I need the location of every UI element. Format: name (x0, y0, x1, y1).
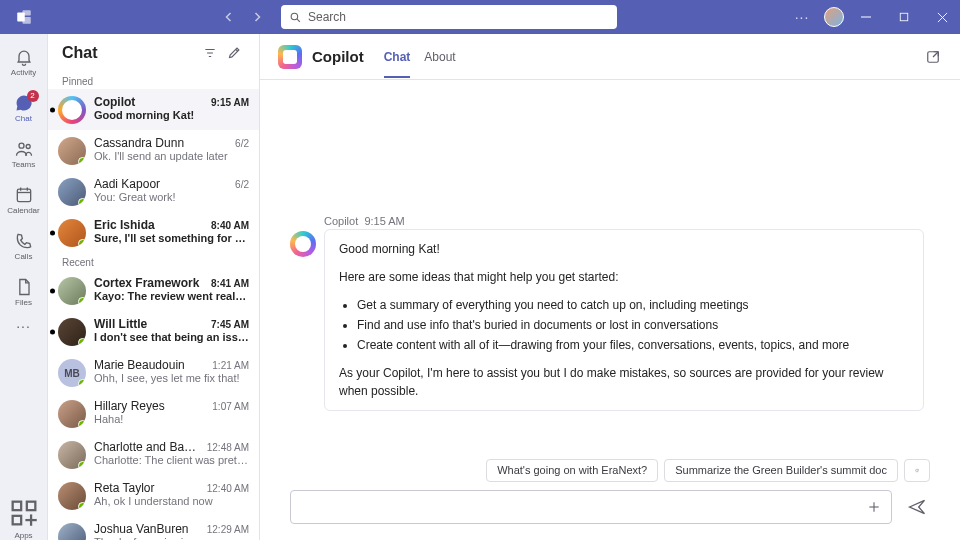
svg-line-23 (235, 49, 237, 51)
rail-item-files[interactable]: Files (0, 270, 48, 314)
chat-avatar (58, 441, 86, 469)
chat-list-item[interactable]: Will Little7:45 AMI don't see that being… (48, 311, 259, 352)
new-chat-button[interactable] (223, 42, 245, 64)
copilot-logo-icon (278, 45, 302, 69)
tab-chat[interactable]: Chat (384, 36, 411, 78)
chat-list-item[interactable]: Aadi Kapoor6/2You: Great work! (48, 171, 259, 212)
chat-name: Copilot (94, 95, 205, 109)
message-footer: As your Copilot, I'm here to assist you … (339, 364, 909, 400)
chat-name: Will Little (94, 317, 205, 331)
chat-preview: Sure, I'll set something for next week t… (94, 232, 249, 244)
window-maximize-button[interactable] (888, 0, 920, 34)
presence-indicator-icon (78, 239, 86, 247)
popout-icon (924, 48, 942, 66)
search-placeholder: Search (308, 10, 346, 24)
rail-item-chat[interactable]: 2 Chat (0, 86, 48, 130)
presence-indicator-icon (78, 157, 86, 165)
window-titlebar: Search ··· (0, 0, 960, 34)
chat-list-item[interactable]: Cassandra Dunn6/2Ok. I'll send an update… (48, 130, 259, 171)
rail-item-activity[interactable]: Activity (0, 40, 48, 84)
svg-line-25 (933, 51, 938, 56)
unread-dot-icon (50, 329, 55, 334)
plus-icon (866, 499, 882, 515)
file-icon (14, 277, 34, 297)
rail-item-teams[interactable]: Teams (0, 132, 48, 176)
chat-time: 8:41 AM (211, 278, 249, 289)
send-button[interactable] (904, 494, 930, 520)
unread-dot-icon (50, 230, 55, 235)
tab-about[interactable]: About (424, 36, 455, 78)
rail-item-calls[interactable]: Calls (0, 224, 48, 268)
more-options-button[interactable]: ··· (786, 0, 818, 34)
chat-avatar (58, 219, 86, 247)
chat-list-item[interactable]: Cortex Framework8:41 AMKayo: The review … (48, 270, 259, 311)
teams-icon (14, 139, 34, 159)
chat-avatar (58, 137, 86, 165)
suggestion-chip[interactable]: What's going on with EraNext? (486, 459, 658, 482)
global-search-input[interactable]: Search (281, 5, 617, 29)
chat-preview: Ah, ok I understand now (94, 495, 249, 507)
chat-list-item[interactable]: Reta Taylor12:40 AMAh, ok I understand n… (48, 475, 259, 516)
chat-list-item[interactable]: Copilot9:15 AMGood morning Kat! (48, 89, 259, 130)
compose-attach-button[interactable] (863, 496, 885, 518)
svg-point-3 (291, 13, 298, 20)
unread-dot-icon (50, 107, 55, 112)
phone-icon (14, 231, 34, 251)
unread-dot-icon (50, 288, 55, 293)
conversation-panel: Copilot ChatAbout Copilot 9:15 AM Good m… (260, 34, 960, 540)
chat-name: Aadi Kapoor (94, 177, 229, 191)
presence-indicator-icon (78, 297, 86, 305)
popout-button[interactable] (924, 48, 942, 66)
search-icon (289, 11, 302, 24)
nav-back-button[interactable] (217, 5, 241, 29)
chat-preview: Kayo: The review went really well! Can't… (94, 290, 249, 302)
chat-time: 12:29 AM (207, 524, 249, 535)
chat-avatar (58, 482, 86, 510)
presence-indicator-icon (78, 338, 86, 346)
presence-indicator-icon (78, 379, 86, 387)
chat-avatar (58, 178, 86, 206)
chat-list-item[interactable]: Charlotte and Babak12:48 AMCharlotte: Th… (48, 434, 259, 475)
chat-list-panel: Chat Pinned Copilot9:15 AMGood morning K… (48, 34, 260, 540)
nav-forward-button[interactable] (245, 5, 269, 29)
chat-list-item[interactable]: MBMarie Beaudouin1:21 AMOhh, I see, yes … (48, 352, 259, 393)
chat-name: Hillary Reyes (94, 399, 206, 413)
svg-rect-1 (23, 10, 31, 15)
rail-item-apps[interactable]: Apps (0, 496, 48, 540)
rail-label: Calendar (7, 206, 39, 215)
chat-time: 8:40 AM (211, 220, 249, 231)
chat-avatar (58, 400, 86, 428)
rail-label: Teams (12, 160, 36, 169)
refresh-suggestions-button[interactable] (904, 459, 930, 482)
chat-time: 12:48 AM (207, 442, 249, 453)
chat-avatar (58, 96, 86, 124)
chat-name: Reta Taylor (94, 481, 201, 495)
rail-item-calendar[interactable]: Calendar (0, 178, 48, 222)
chat-time: 9:15 AM (211, 97, 249, 108)
send-icon (907, 497, 927, 517)
copilot-avatar-icon (290, 231, 316, 257)
rail-label: Activity (11, 68, 36, 77)
message-bullet: Create content with all of it—drawing fr… (357, 336, 909, 354)
refresh-icon (915, 464, 919, 477)
chat-list-item[interactable]: Hillary Reyes1:07 AMHaha! (48, 393, 259, 434)
rail-more-button[interactable]: ··· (16, 318, 31, 334)
message-bullet: Find and use info that's buried in docum… (357, 316, 909, 334)
compose-text-field[interactable] (297, 499, 863, 515)
chat-list-item[interactable]: Joshua VanBuren12:29 AMThanks for review… (48, 516, 259, 540)
chat-preview: Ohh, I see, yes let me fix that! (94, 372, 249, 384)
svg-point-9 (19, 143, 24, 148)
chat-list-item[interactable]: Eric Ishida8:40 AMSure, I'll set somethi… (48, 212, 259, 253)
filter-button[interactable] (199, 42, 221, 64)
rail-label: Files (15, 298, 32, 307)
chat-preview: Thanks for reviewing (94, 536, 249, 540)
chat-name: Cortex Framework (94, 276, 205, 290)
chat-time: 1:21 AM (212, 360, 249, 371)
window-minimize-button[interactable] (850, 0, 882, 34)
conversation-title: Copilot (312, 48, 364, 65)
window-close-button[interactable] (926, 0, 958, 34)
chat-avatar: MB (58, 359, 86, 387)
compose-input[interactable] (290, 490, 892, 524)
current-user-avatar[interactable] (824, 7, 844, 27)
suggestion-chip[interactable]: Summarize the Green Builder's summit doc (664, 459, 898, 482)
